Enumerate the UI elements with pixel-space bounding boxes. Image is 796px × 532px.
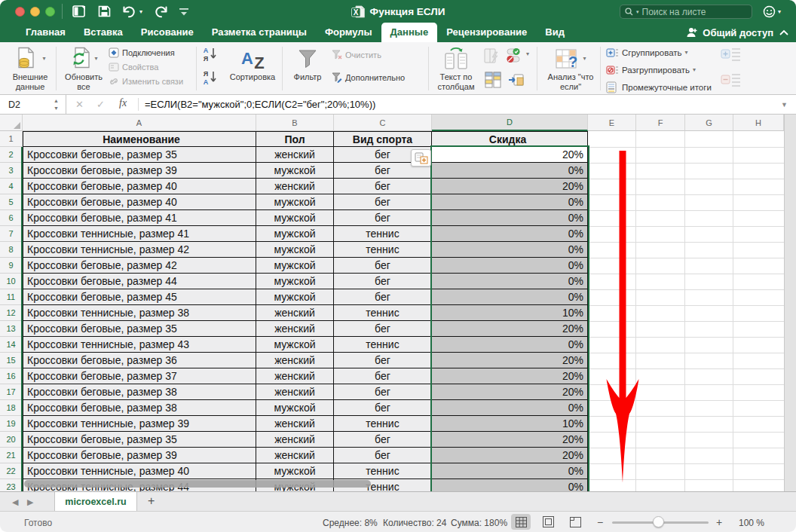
ungroup-button[interactable]: Разгруппировать▾	[606, 63, 696, 76]
external-data-button[interactable]: ▾ Внешниеданные	[6, 44, 54, 91]
table-cell[interactable]: Кроссовки беговые, размер 35	[23, 147, 256, 163]
table-cell[interactable]: Кроссовки беговые, размер 42	[23, 258, 256, 274]
subtotal-button[interactable]: Промежуточные итоги	[606, 81, 712, 93]
table-cell[interactable]: 20%	[432, 321, 588, 337]
table-cell[interactable]: мужской	[256, 337, 334, 353]
zoom-slider-knob[interactable]	[653, 516, 664, 527]
table-cell[interactable]: бег	[334, 400, 432, 416]
table-cell[interactable]: мужской	[256, 210, 334, 226]
ribbon-tab[interactable]: Вставка	[75, 23, 132, 42]
table-cell[interactable]: мужской	[256, 258, 334, 274]
table-cell[interactable]: женский	[256, 448, 334, 463]
normal-view-button[interactable]	[511, 514, 531, 530]
text-to-columns-button[interactable]: Текст постолбцам	[433, 44, 479, 91]
table-cell[interactable]: Кроссовки беговые, размер 41	[23, 210, 256, 226]
table-cell[interactable]: Кроссовки беговые, размер 38	[23, 384, 256, 400]
table-cell[interactable]: бег	[334, 194, 432, 210]
table-cell[interactable]: женский	[256, 353, 334, 368]
collapse-ribbon-icon[interactable]	[779, 29, 788, 35]
table-cell[interactable]: Пол	[256, 131, 334, 147]
zoom-in-button[interactable]: +	[716, 516, 722, 528]
table-cell[interactable]: Кроссовки теннисные, размер 38	[23, 305, 256, 321]
column-header-H[interactable]: H	[733, 115, 784, 131]
table-cell[interactable]: бег	[334, 179, 432, 194]
row-header-16[interactable]: 16	[0, 368, 23, 384]
table-cell[interactable]: мужской	[256, 400, 334, 416]
table-cell[interactable]: 0%	[432, 463, 588, 479]
table-cell[interactable]: 20%	[432, 384, 588, 400]
table-cell[interactable]: мужской	[256, 194, 334, 210]
table-cell[interactable]: мужской	[256, 289, 334, 305]
table-cell[interactable]: Наименование	[23, 131, 256, 147]
table-cell[interactable]: Кроссовки теннисные, размер 39	[23, 416, 256, 432]
table-cell[interactable]: женский	[256, 147, 334, 163]
table-cell[interactable]: 0%	[432, 258, 588, 274]
table-cell[interactable]: женский	[256, 321, 334, 337]
select-all-corner[interactable]	[0, 115, 23, 131]
table-cell[interactable]: Кроссовки беговые, размер 40	[23, 194, 256, 210]
table-cell[interactable]: 0%	[432, 194, 588, 210]
table-cell[interactable]: женский	[256, 432, 334, 448]
table-cell[interactable]: 20%	[432, 147, 588, 163]
table-cell[interactable]: мужской	[256, 463, 334, 479]
column-header-B[interactable]: B	[256, 115, 334, 131]
horizontal-scrollbar[interactable]	[24, 480, 371, 488]
add-sheet-button[interactable]: +	[148, 494, 155, 508]
refresh-all-button[interactable]: ▾ Обновитьвсе	[60, 44, 107, 91]
column-header-C[interactable]: C	[334, 115, 432, 131]
table-cell[interactable]: 20%	[432, 448, 588, 463]
column-header-F[interactable]: F	[636, 115, 685, 131]
table-cell[interactable]: 10%	[432, 416, 588, 432]
column-header-G[interactable]: G	[685, 115, 733, 131]
row-header-3[interactable]: 3	[0, 163, 23, 179]
table-cell[interactable]: бег	[334, 321, 432, 337]
row-header-20[interactable]: 20	[0, 432, 23, 448]
row-header-19[interactable]: 19	[0, 416, 23, 432]
table-cell[interactable]: Кроссовки беговые, размер 35	[23, 321, 256, 337]
row-header-14[interactable]: 14	[0, 337, 23, 353]
table-cell[interactable]: 10%	[432, 305, 588, 321]
ribbon-tab[interactable]: Вид	[536, 23, 574, 42]
table-cell[interactable]: женский	[256, 368, 334, 384]
page-layout-view-button[interactable]	[538, 514, 558, 530]
table-cell[interactable]: бег	[334, 274, 432, 289]
table-cell[interactable]: бег	[334, 448, 432, 463]
column-header-D[interactable]: D	[432, 115, 588, 131]
table-cell[interactable]: Кроссовки беговые, размер 45	[23, 289, 256, 305]
table-cell[interactable]: теннис	[334, 463, 432, 479]
advanced-filter-button[interactable]: Дополнительно	[332, 71, 405, 84]
sort-desc-button[interactable]: Я А	[202, 69, 220, 87]
table-cell[interactable]: мужской	[256, 274, 334, 289]
vertical-scrollbar-track[interactable]	[784, 115, 796, 491]
row-header-13[interactable]: 13	[0, 321, 23, 337]
table-cell[interactable]: бег	[334, 384, 432, 400]
row-header-10[interactable]: 10	[0, 274, 23, 289]
table-cell[interactable]: 0%	[432, 400, 588, 416]
row-header-22[interactable]: 22	[0, 463, 23, 479]
formula-bar-expand-caret[interactable]: ▼	[781, 101, 788, 109]
table-cell[interactable]: 0%	[432, 163, 588, 179]
table-cell[interactable]: теннис	[334, 337, 432, 353]
table-cell[interactable]: Кроссовки теннисные, размер 43	[23, 337, 256, 353]
row-header-5[interactable]: 5	[0, 194, 23, 210]
row-header-4[interactable]: 4	[0, 179, 23, 194]
table-cell[interactable]: Кроссовки беговые, размер 39	[23, 448, 256, 463]
table-cell[interactable]: женский	[256, 305, 334, 321]
ribbon-tab[interactable]: Данные	[381, 23, 438, 42]
table-cell[interactable]: бег	[334, 289, 432, 305]
table-cell[interactable]: 0%	[432, 242, 588, 258]
table-cell[interactable]: Кроссовки теннисные, размер 41	[23, 226, 256, 242]
row-header-21[interactable]: 21	[0, 448, 23, 463]
table-cell[interactable]: Кроссовки беговые, размер 44	[23, 274, 256, 289]
column-header-A[interactable]: A	[23, 115, 256, 131]
sheet-tab[interactable]: microexcel.ru	[54, 492, 137, 512]
table-cell[interactable]: бег	[334, 432, 432, 448]
table-cell[interactable]: женский	[256, 384, 334, 400]
table-cell[interactable]: 0%	[432, 226, 588, 242]
table-cell[interactable]: Кроссовки теннисные, размер 40	[23, 463, 256, 479]
table-cell[interactable]: 0%	[432, 479, 588, 491]
paste-options-button[interactable]	[411, 149, 431, 167]
formula-text[interactable]: =ЕСЛИ(B2="мужской";0;ЕСЛИ(C2="бег";20%;1…	[145, 99, 375, 110]
ribbon-tab[interactable]: Рецензирование	[437, 23, 536, 42]
row-header-23[interactable]: 23	[0, 479, 23, 491]
